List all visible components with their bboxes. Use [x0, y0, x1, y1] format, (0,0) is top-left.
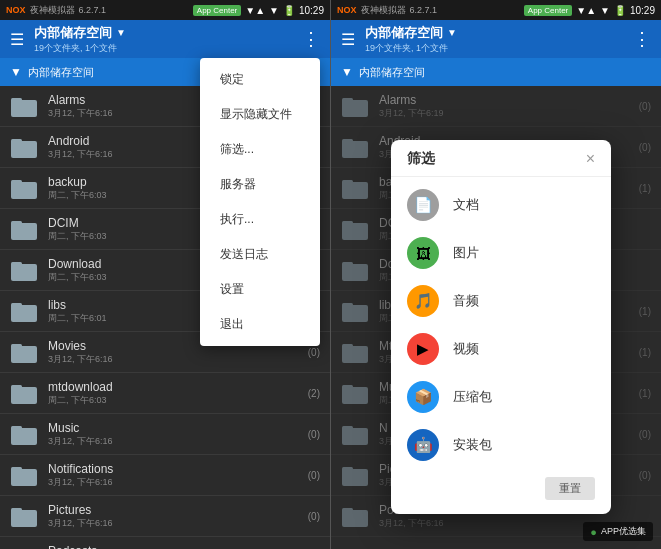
file-date: 3月12, 下午6:16: [48, 517, 308, 530]
watermark: ● APP优选集: [583, 522, 653, 541]
folder-icon: [10, 379, 38, 407]
filter-item[interactable]: 🤖安装包: [391, 421, 611, 469]
svg-rect-7: [11, 221, 22, 226]
right-menu-icon[interactable]: ☰: [341, 30, 355, 49]
filter-item[interactable]: ▶视频: [391, 325, 611, 373]
file-name: Alarms: [379, 93, 639, 107]
folder-icon: [341, 502, 369, 530]
list-item[interactable]: Notifications3月12, 下午6:16(0): [0, 455, 330, 496]
dropdown-menu: 锁定显示隐藏文件筛选...服务器执行...发送日志设置退出: [200, 58, 320, 346]
wifi-icon: ▼▲: [245, 5, 265, 16]
svg-rect-27: [342, 139, 353, 144]
folder-icon: [10, 420, 38, 448]
left-status-bar: NOX 夜神模拟器 6.2.7.1 App Center ▼▲ ▼ 🔋 10:2…: [0, 0, 330, 20]
folder-icon: [10, 502, 38, 530]
dropdown-item[interactable]: 显示隐藏文件: [200, 97, 320, 132]
file-date: 3月12, 下午6:16: [48, 353, 308, 366]
filter-reset-button[interactable]: 重置: [545, 477, 595, 500]
filter-item[interactable]: 📦压缩包: [391, 373, 611, 421]
file-name: Podcasts: [48, 544, 320, 550]
right-title-subtitle: 19个文件夹, 1个文件: [365, 42, 633, 55]
right-breadcrumb: ▼ 内部储存空间: [331, 58, 661, 86]
svg-rect-25: [342, 98, 353, 103]
nox-logo: NOX: [6, 5, 26, 15]
svg-rect-41: [342, 426, 353, 431]
file-count: (0): [639, 101, 651, 112]
filter-item-label: 文档: [453, 196, 479, 214]
left-status-left: NOX 夜神模拟器 6.2.7.1: [6, 4, 106, 17]
right-app-center-badge[interactable]: App Center: [524, 5, 572, 16]
folder-icon: [10, 215, 38, 243]
file-count: (2): [308, 388, 320, 399]
folder-icon: [10, 461, 38, 489]
filter-item-icon: 📦: [407, 381, 439, 413]
dropdown-item[interactable]: 筛选...: [200, 132, 320, 167]
right-breadcrumb-label: 内部储存空间: [359, 65, 425, 80]
list-item[interactable]: Podcasts3月12, 下午6:16: [0, 537, 330, 549]
file-count: (1): [639, 306, 651, 317]
right-nox-logo: NOX: [337, 5, 357, 15]
nox-version-num: 6.2.7.1: [79, 5, 107, 15]
file-date: 周二, 下午6:03: [48, 394, 308, 407]
menu-icon[interactable]: ☰: [10, 30, 24, 49]
right-title-content: 内部储存空间 ▼ 19个文件夹, 1个文件: [365, 24, 633, 55]
signal-icon: ▼: [269, 5, 279, 16]
list-item[interactable]: mtdownload周二, 下午6:03(2): [0, 373, 330, 414]
folder-icon: [10, 133, 38, 161]
filter-dialog-header: 筛选 ×: [391, 150, 611, 177]
more-menu-icon[interactable]: ⋮: [302, 28, 320, 50]
svg-rect-9: [11, 262, 22, 267]
folder-icon: [341, 420, 369, 448]
time-display: 10:29: [299, 5, 324, 16]
filter-item-icon: 🖼: [407, 237, 439, 269]
folder-icon: [10, 256, 38, 284]
folder-icon: [10, 297, 38, 325]
filter-item-icon: 🎵: [407, 285, 439, 317]
filter-item-icon: 📄: [407, 189, 439, 221]
file-count: (0): [308, 429, 320, 440]
folder-icon: [341, 215, 369, 243]
filter-item[interactable]: 📄文档: [391, 181, 611, 229]
folder-icon: [341, 133, 369, 161]
dropdown-item[interactable]: 锁定: [200, 62, 320, 97]
list-item[interactable]: Pictures3月12, 下午6:16(0): [0, 496, 330, 537]
right-nox-version: 6.2.7.1: [410, 5, 438, 15]
list-item[interactable]: Alarms3月12, 下午6:19(0): [331, 86, 661, 127]
folder-icon: [341, 379, 369, 407]
filter-item-label: 压缩包: [453, 388, 492, 406]
dropdown-item[interactable]: 发送日志: [200, 237, 320, 272]
file-count: (0): [308, 470, 320, 481]
file-count: (1): [639, 183, 651, 194]
svg-rect-29: [342, 180, 353, 185]
right-title-text: 内部储存空间 ▼: [365, 24, 633, 42]
right-nox-name: 夜神模拟器: [361, 4, 406, 17]
filter-item-label: 音频: [453, 292, 479, 310]
dropdown-item[interactable]: 执行...: [200, 202, 320, 237]
filter-item[interactable]: 🎵音频: [391, 277, 611, 325]
dropdown-item[interactable]: 退出: [200, 307, 320, 342]
folder-icon: [341, 297, 369, 325]
right-more-menu-icon[interactable]: ⋮: [633, 28, 651, 50]
filter-item[interactable]: 🖼图片: [391, 229, 611, 277]
battery-icon: 🔋: [283, 5, 295, 16]
svg-rect-39: [342, 385, 353, 390]
svg-rect-13: [11, 344, 22, 349]
folder-icon: [341, 92, 369, 120]
svg-rect-3: [11, 139, 22, 144]
svg-rect-43: [342, 467, 353, 472]
svg-rect-33: [342, 262, 353, 267]
app-center-badge[interactable]: App Center: [193, 5, 241, 16]
file-count: (0): [639, 142, 651, 153]
file-date: 3月12, 下午6:19: [379, 107, 639, 120]
svg-rect-45: [342, 508, 353, 513]
file-count: (1): [639, 347, 651, 358]
svg-rect-31: [342, 221, 353, 226]
dropdown-item[interactable]: 服务器: [200, 167, 320, 202]
file-name: Notifications: [48, 462, 308, 476]
filter-close-button[interactable]: ×: [586, 150, 595, 168]
filter-items-list: 📄文档🖼图片🎵音频▶视频📦压缩包🤖安装包: [391, 181, 611, 469]
folder-icon: [341, 256, 369, 284]
left-status-right: App Center ▼▲ ▼ 🔋 10:29: [193, 5, 324, 16]
dropdown-item[interactable]: 设置: [200, 272, 320, 307]
list-item[interactable]: Music3月12, 下午6:16(0): [0, 414, 330, 455]
